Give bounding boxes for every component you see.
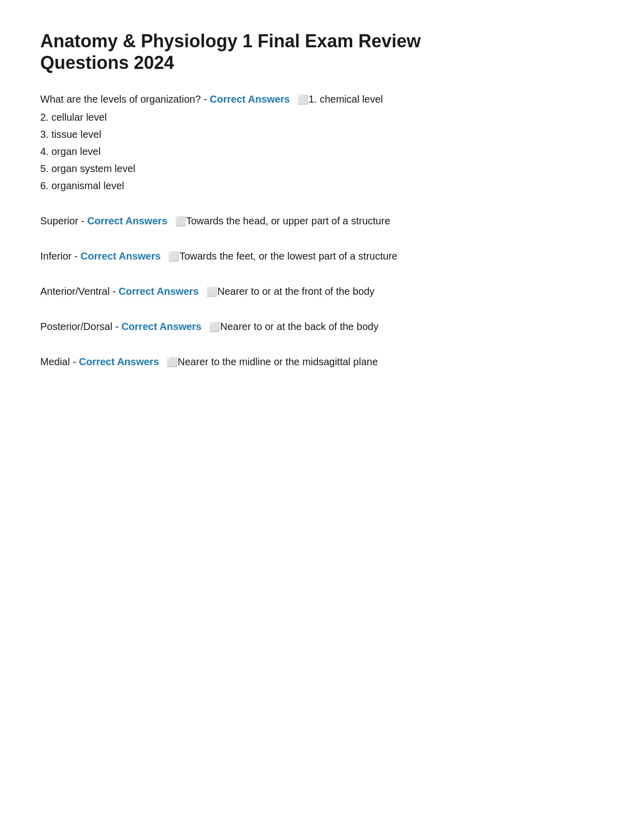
question-line-q3: Inferior - Correct Answers ⬜Towards the … xyxy=(40,248,604,264)
arrow-char: ⬜ xyxy=(199,287,217,297)
answer-list: 2. cellular level3. tissue level4. organ… xyxy=(40,110,604,193)
list-item: 3. tissue level xyxy=(40,127,604,142)
question-text: Inferior - xyxy=(40,251,80,262)
question-line-q1: What are the levels of organization? - C… xyxy=(40,92,604,107)
arrow-char: ⬜ xyxy=(159,357,178,367)
correct-answers-label: Correct Answers xyxy=(87,215,167,226)
answer-inline: Nearer to the midline or the midsagittal… xyxy=(178,356,378,367)
answer-inline: 1. chemical level xyxy=(308,94,383,105)
answer-inline: Nearer to or at the back of the body xyxy=(220,321,379,332)
list-item: 5. organ system level xyxy=(40,161,604,176)
question-text: Posterior/Dorsal - xyxy=(40,321,121,332)
qa-block-q2: Superior - Correct Answers ⬜Towards the … xyxy=(40,213,604,228)
qa-block-q3: Inferior - Correct Answers ⬜Towards the … xyxy=(40,248,604,264)
arrow-char: ⬜ xyxy=(168,216,186,226)
qa-block-q5: Posterior/Dorsal - Correct Answers ⬜Near… xyxy=(40,319,604,334)
question-line-q5: Posterior/Dorsal - Correct Answers ⬜Near… xyxy=(40,319,604,334)
question-text: Medial - xyxy=(40,356,79,367)
qa-block-q4: Anterior/Ventral - Correct Answers ⬜Near… xyxy=(40,284,604,299)
question-text: Superior - xyxy=(40,215,87,226)
question-text: Anterior/Ventral - xyxy=(40,286,119,297)
correct-answers-label: Correct Answers xyxy=(119,286,199,297)
list-item: 2. cellular level xyxy=(40,110,604,125)
answer-inline: Towards the head, or upper part of a str… xyxy=(186,215,390,226)
arrow-char: ⬜ xyxy=(201,322,220,332)
correct-answers-label: Correct Answers xyxy=(210,94,290,105)
question-line-q2: Superior - Correct Answers ⬜Towards the … xyxy=(40,213,604,228)
answer-inline: Towards the feet, or the lowest part of … xyxy=(179,251,397,262)
question-line-q4: Anterior/Ventral - Correct Answers ⬜Near… xyxy=(40,284,604,299)
answer-inline: Nearer to or at the front of the body xyxy=(217,286,374,297)
qa-block-q6: Medial - Correct Answers ⬜Nearer to the … xyxy=(40,354,604,369)
correct-answers-label: Correct Answers xyxy=(80,251,160,262)
list-item: 4. organ level xyxy=(40,144,604,159)
list-item: 6. organismal level xyxy=(40,178,604,193)
correct-answers-label: Correct Answers xyxy=(79,356,159,367)
page-title: Anatomy & Physiology 1 Final Exam Review… xyxy=(40,30,604,73)
arrow-char: ⬜ xyxy=(160,252,179,262)
correct-answers-label: Correct Answers xyxy=(121,321,201,332)
question-text: What are the levels of organization? - xyxy=(40,94,210,105)
qa-block-q1: What are the levels of organization? - C… xyxy=(40,92,604,193)
arrow-char: ⬜ xyxy=(290,95,308,105)
question-line-q6: Medial - Correct Answers ⬜Nearer to the … xyxy=(40,354,604,369)
